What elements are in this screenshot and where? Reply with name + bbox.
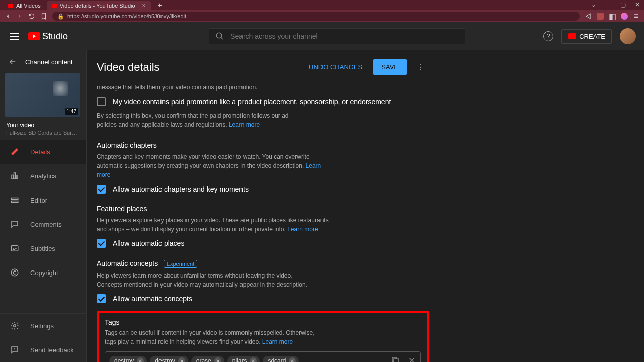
avatar[interactable] — [620, 28, 636, 44]
extension-icon[interactable] — [597, 13, 604, 20]
your-video-label: Your video — [6, 122, 80, 129]
remove-tag-icon[interactable]: ✕ — [289, 357, 296, 362]
save-button[interactable]: SAVE — [373, 59, 407, 75]
copyright-icon — [10, 268, 19, 277]
pencil-icon — [10, 147, 19, 156]
undo-changes-button[interactable]: UNDO CHANGES — [304, 59, 367, 75]
copy-icon[interactable] — [391, 356, 400, 362]
tag-text: pliars — [232, 357, 247, 362]
arrow-left-icon — [8, 57, 17, 66]
close-icon[interactable]: × — [142, 2, 146, 9]
remove-tag-icon[interactable]: ✕ — [250, 357, 257, 362]
paid-promo-disclaimer: By selecting this box, you confirm that … — [97, 112, 289, 128]
nav-label: Comments — [30, 221, 62, 228]
learn-more-link[interactable]: Learn more — [287, 226, 318, 233]
close-window-icon[interactable]: ✕ — [635, 1, 640, 8]
url-input[interactable]: 🔒 https://studio.youtube.com/video/b5J0n… — [52, 12, 580, 21]
learn-more-link[interactable]: Learn more — [262, 338, 293, 345]
tags-input-field[interactable]: destroy✕destroy✕erase✕pliars✕sdcard✕smas… — [105, 351, 421, 362]
analytics-icon — [10, 171, 19, 180]
sidebar-item-subtitles[interactable]: Subtitles — [0, 236, 86, 260]
featured-places-checkbox-label: Allow automatic places — [113, 239, 184, 247]
browser-address-bar: 🔒 https://studio.youtube.com/video/b5J0n… — [0, 10, 644, 22]
share-icon[interactable] — [585, 13, 592, 20]
browser-tab-active[interactable]: Video details - YouTube Studio × — [47, 1, 151, 10]
browser-tab-inactive[interactable]: All Videos — [3, 1, 46, 10]
remove-tag-icon[interactable]: ✕ — [178, 357, 185, 362]
chevron-down-icon[interactable]: ⌄ — [591, 1, 596, 8]
sidebar-item-details[interactable]: Details — [0, 140, 86, 164]
more-options-icon[interactable]: ⋮ — [413, 60, 429, 74]
bookmark-icon[interactable] — [40, 13, 47, 20]
svg-rect-2 — [11, 201, 18, 203]
sidebar: Channel content 1:47 Your video Full-siz… — [0, 50, 87, 362]
profile-icon[interactable] — [621, 13, 628, 20]
auto-chapters-checkbox-label: Allow automatic chapters and key moments — [113, 185, 249, 193]
nav-label: Copyright — [30, 269, 58, 277]
sidebar-back-label: Channel content — [25, 58, 73, 66]
feedback-icon — [10, 345, 19, 354]
learn-more-link[interactable]: Learn more — [229, 121, 260, 128]
auto-chapters-checkbox[interactable] — [97, 185, 106, 194]
menu-icon[interactable]: ≡ — [633, 13, 640, 20]
paid-promo-checkbox[interactable] — [97, 97, 106, 106]
paid-promo-checkbox-label: My video contains paid promotion like a … — [113, 98, 391, 106]
nav-label: Details — [30, 148, 50, 156]
new-tab-button[interactable]: + — [155, 1, 165, 9]
auto-chapters-desc: Chapters and key moments make your video… — [97, 153, 310, 169]
auto-concepts-title: Automatic concepts — [97, 259, 158, 267]
tag-chip: destroy✕ — [150, 356, 188, 362]
tags-title: Tags — [105, 318, 421, 326]
lock-icon: 🔒 — [57, 13, 64, 20]
auto-concepts-checkbox[interactable] — [97, 294, 106, 303]
youtube-studio-logo[interactable]: Studio — [28, 31, 68, 42]
puzzle-icon[interactable]: ◧ — [609, 13, 616, 20]
tab-title: Video details - YouTube Studio — [60, 3, 135, 9]
remove-tag-icon[interactable]: ✕ — [137, 357, 144, 362]
editor-icon — [10, 196, 19, 205]
tags-section-highlighted: Tags Tags can be useful if content in yo… — [97, 311, 429, 362]
tag-text: destroy — [155, 357, 175, 362]
tag-chip: sdcard✕ — [263, 356, 299, 362]
search-input[interactable] — [230, 32, 459, 40]
sidebar-back[interactable]: Channel content — [0, 50, 86, 73]
app-header: Studio ? CREATE — [0, 22, 644, 50]
auto-concepts-desc: Help viewers learn more about unfamiliar… — [97, 271, 318, 289]
tag-text: sdcard — [268, 357, 286, 362]
svg-rect-3 — [11, 246, 18, 251]
sidebar-item-comments[interactable]: Comments — [0, 212, 86, 236]
sidebar-item-editor[interactable]: Editor — [0, 188, 86, 212]
featured-places-checkbox[interactable] — [97, 239, 106, 248]
search-icon — [215, 32, 224, 41]
sidebar-item-settings[interactable]: Settings — [0, 314, 86, 338]
subtitles-icon — [10, 244, 19, 253]
nav-forward-icon[interactable] — [16, 13, 23, 20]
clear-all-icon[interactable] — [407, 356, 416, 362]
auto-chapters-title: Automatic chapters — [97, 141, 429, 149]
minimize-icon[interactable]: — — [605, 1, 611, 8]
nav-label: Editor — [30, 197, 47, 204]
search-box[interactable] — [209, 28, 465, 44]
reload-icon[interactable] — [28, 13, 35, 20]
gear-icon — [10, 321, 19, 330]
nav-back-icon[interactable] — [4, 13, 11, 20]
svg-rect-1 — [11, 198, 18, 200]
video-thumbnail[interactable]: 1:47 — [5, 73, 80, 117]
nav-label: Settings — [30, 322, 54, 330]
paid-promo-snippet: message that tells them your video conta… — [97, 83, 333, 92]
hamburger-menu-icon[interactable] — [8, 30, 20, 42]
youtube-play-icon — [28, 32, 40, 40]
svg-point-4 — [11, 269, 18, 276]
url-text: https://studio.youtube.com/video/b5J0nvy… — [67, 13, 186, 19]
sidebar-item-analytics[interactable]: Analytics — [0, 164, 86, 188]
sidebar-item-feedback[interactable]: Send feedback — [0, 338, 86, 362]
maximize-icon[interactable]: ▢ — [620, 1, 626, 8]
help-icon[interactable]: ? — [543, 31, 553, 41]
tag-text: destroy — [114, 357, 134, 362]
create-button[interactable]: CREATE — [561, 29, 612, 44]
remove-tag-icon[interactable]: ✕ — [214, 357, 221, 362]
youtube-icon — [8, 4, 13, 8]
auto-concepts-checkbox-label: Allow automatic concepts — [113, 295, 192, 303]
sidebar-nav: Details Analytics Editor Comments Subtit… — [0, 140, 86, 313]
sidebar-item-copyright[interactable]: Copyright — [0, 260, 86, 285]
